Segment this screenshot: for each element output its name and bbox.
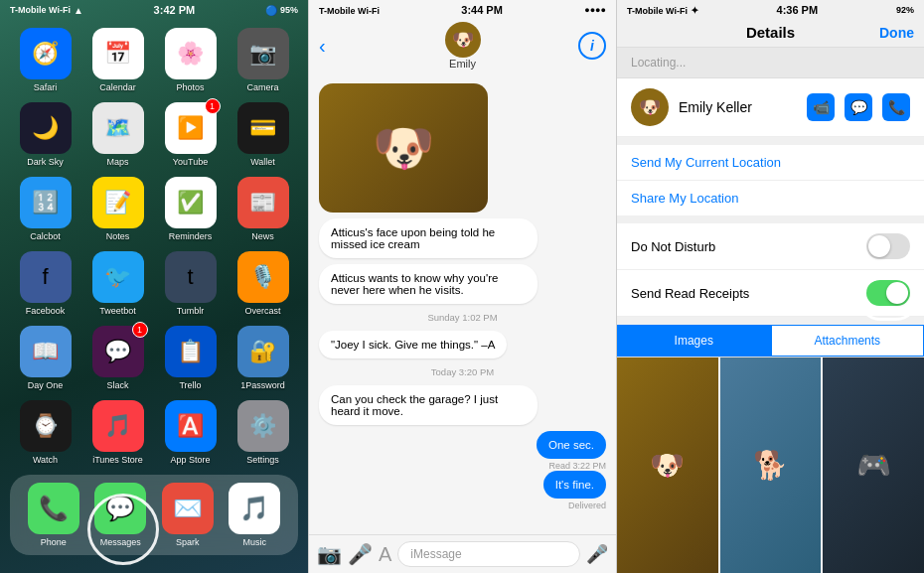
app-icon-youtube[interactable]: ▶️1YouTube [159,102,222,167]
message-input-field[interactable]: iMessage [397,541,580,567]
dock-icon-messages[interactable]: 💬Messages [94,483,146,547]
message-input-bar: 📷 🎤 A iMessage 🎤 [309,534,616,573]
do-not-disturb-row: Do Not Disturb [617,223,924,270]
phone-button[interactable]: 📞 [882,93,910,121]
app-label-wallet: Wallet [250,157,275,167]
appstore-input-icon[interactable]: A [379,543,391,566]
send-read-receipts-toggle[interactable] [866,280,910,306]
app-img-slack: 💬1 [92,326,144,377]
app-icon-maps[interactable]: 🗺️Maps [86,102,149,167]
time-messages: 3:44 PM [461,4,503,16]
app-label-settings: Settings [246,455,279,465]
tab-images[interactable]: Images [617,325,771,357]
app-label-calcbot: Calcbot [30,231,61,241]
dock-img-music: 🎵 [229,483,280,534]
status-bar-home: T-Mobile Wi-Fi ▲ 3:42 PM 🔵 95% [0,0,308,20]
app-icon-slack[interactable]: 💬1Slack [86,326,149,390]
app-label-notes: Notes [106,231,130,241]
app-icon-calendar[interactable]: 📅Calendar [86,28,149,92]
do-not-disturb-toggle[interactable] [866,233,910,259]
send-location-button[interactable]: Send My Current Location [617,145,924,181]
app-img-calcbot: 🔢 [20,177,72,228]
messages-header: ‹ 🐶 Emily i [309,18,616,75]
details-contact-avatar: 🐶 [631,88,669,126]
app-icon-overcast[interactable]: 🎙️Overcast [231,251,294,316]
carrier-messages: T-Mobile Wi-Fi [319,5,380,16]
carrier-details: T-Mobile Wi-Fi ✦ [627,5,698,16]
sent-bubble: One sec. [537,431,606,459]
app-icon-watch[interactable]: ⌚Watch [14,400,77,465]
app-img-watch: ⌚ [20,400,72,452]
app-icon-day-one[interactable]: 📖Day One [14,326,77,390]
info-button[interactable]: i [578,32,606,60]
app-icon-news[interactable]: 📰News [231,177,294,241]
message-button[interactable]: 💬 [845,93,872,121]
details-header: Details Done [617,20,924,48]
read-receipt: Read 3:22 PM [548,461,606,471]
delivered-label: Delivered [568,501,606,510]
do-not-disturb-label: Do Not Disturb [631,239,715,254]
tab-attachments[interactable]: Attachments [771,325,925,357]
app-label-dark sky: Dark Sky [27,157,64,167]
back-button[interactable]: ‹ [319,35,326,58]
camera-input-icon[interactable]: 📷 [317,542,342,566]
app-icon-dark-sky[interactable]: 🌙Dark Sky [14,102,77,167]
video-call-button[interactable]: 📹 [807,93,835,121]
dock-img-phone: 📞 [28,483,79,534]
details-title: Details [746,24,795,41]
dock-icon-spark[interactable]: ✉️Spark [162,483,214,547]
app-icon-photos[interactable]: 🌸Photos [159,28,222,92]
app-icon-itunes-store[interactable]: 🎵iTunes Store [86,400,149,465]
time-label: Today 3:20 PM [319,366,606,377]
app-label-slack: Slack [106,380,128,390]
app-img-settings: ⚙️ [237,400,289,452]
battery-messages: ●●●● [584,5,606,15]
bluetooth-icon: 🔵 [265,5,277,16]
app-icon-reminders[interactable]: ✅Reminders [159,177,222,241]
dock-label-messages: Messages [100,537,141,547]
app-icon-facebook[interactable]: fFacebook [14,251,77,316]
locating-bar: Locating... [617,48,924,78]
app-icon-tweetbot[interactable]: 🐦Tweetbot [86,251,149,316]
share-location-button[interactable]: Share My Location [617,181,924,215]
audio-input-icon[interactable]: 🎤 [348,542,373,566]
status-right: 🔵 95% [265,5,298,16]
app-label-safari: Safari [34,82,58,92]
app-label-overcast: Overcast [244,306,280,316]
app-icon-calcbot[interactable]: 🔢Calcbot [14,177,77,241]
app-icon-app-store[interactable]: 🅰️App Store [159,400,222,465]
app-icon-wallet[interactable]: 💳Wallet [231,102,294,167]
photo-3: 🎮 [823,358,924,573]
app-icon-settings[interactable]: ⚙️Settings [231,400,294,465]
home-screen: T-Mobile Wi-Fi ▲ 3:42 PM 🔵 95% 🧭Safari📅C… [0,0,308,573]
app-icon-camera[interactable]: 📷Camera [231,28,294,92]
app-grid: 🧭Safari📅Calendar🌸Photos📷Camera🌙Dark Sky🗺… [0,20,308,473]
bluetooth-det: ✦ [691,5,698,16]
app-img-safari: 🧭 [20,28,72,79]
app-icon-1password[interactable]: 🔐1Password [231,326,294,390]
app-label-trello: Trello [179,380,201,390]
app-icon-safari[interactable]: 🧭Safari [14,28,77,92]
app-icon-notes[interactable]: 📝Notes [86,177,149,241]
app-icon-trello[interactable]: 📋Trello [159,326,222,390]
app-img-youtube: ▶️1 [165,102,217,154]
app-img-itunes store: 🎵 [92,400,144,452]
app-img-day one: 📖 [20,326,72,377]
app-img-news: 📰 [237,177,289,228]
app-icon-tumblr[interactable]: tTumblr [159,251,222,316]
dock-icon-music[interactable]: 🎵Music [229,483,280,547]
media-tabs: Images Attachments [617,325,924,358]
photo-1: 🐶 [617,358,718,573]
notification-badge: 1 [205,98,221,114]
app-img-camera: 📷 [237,28,289,79]
mic-icon[interactable]: 🎤 [586,543,608,565]
details-screen: T-Mobile Wi-Fi ✦ 4:36 PM 92% Details Don… [616,0,924,573]
done-button[interactable]: Done [879,25,914,41]
status-left: T-Mobile Wi-Fi ▲ [10,5,83,16]
app-label-watch: Watch [33,455,58,465]
app-label-camera: Camera [246,82,278,92]
battery-details: 92% [896,5,914,15]
app-label-app store: App Store [170,455,210,465]
toggle-knob-on [886,282,908,304]
dock-icon-phone[interactable]: 📞Phone [28,483,79,547]
